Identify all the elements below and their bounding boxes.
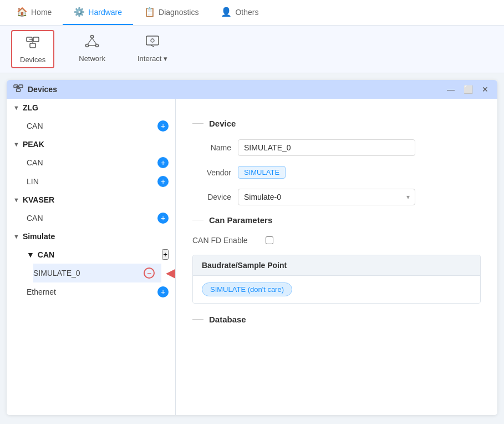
- nav-network[interactable]: Network: [71, 30, 113, 68]
- baudrate-table: Baudrate/Sample Point SIMULATE (don't ca…: [192, 255, 481, 304]
- hardware-icon: ⚙️: [74, 7, 85, 17]
- peak-lin-label: LIN: [27, 177, 157, 186]
- tree-item-kvaser-can[interactable]: CAN +: [7, 209, 175, 228]
- network-icon: [84, 33, 100, 52]
- tree-item-zlg-can[interactable]: CAN +: [7, 117, 175, 135]
- simulate-label: Simulate: [23, 232, 55, 241]
- tab-hardware[interactable]: ⚙️ Hardware: [63, 0, 133, 25]
- nav-devices[interactable]: Devices: [11, 30, 54, 68]
- svg-point-7: [96, 44, 99, 47]
- device-select[interactable]: Simulate-0: [238, 189, 415, 205]
- panel-controls: — ⬜ ✕: [445, 84, 491, 95]
- tree-item-peak-can[interactable]: CAN +: [7, 153, 175, 172]
- interact-label: Interact ▾: [138, 54, 167, 63]
- tab-diagnostics[interactable]: 📋 Diagnostics: [133, 0, 210, 25]
- vendor-badge[interactable]: SIMULATE: [238, 166, 286, 179]
- tree-group-kvaser[interactable]: ▼ KVASER: [7, 191, 175, 209]
- simulate-ethernet-label: Ethernet: [27, 287, 157, 296]
- peak-label: PEAK: [23, 140, 44, 149]
- peak-can-label: CAN: [27, 158, 157, 167]
- devices-label: Devices: [20, 55, 45, 64]
- zlg-chevron: ▼: [13, 104, 19, 111]
- svg-line-9: [92, 38, 96, 45]
- svg-line-8: [88, 38, 92, 45]
- tree-group-zlg[interactable]: ▼ ZLG: [7, 99, 175, 117]
- database-label: Database: [209, 315, 246, 324]
- close-button[interactable]: ✕: [480, 84, 491, 95]
- tree-item-peak-lin[interactable]: LIN +: [7, 172, 175, 191]
- interact-icon: [145, 33, 160, 52]
- peak-lin-add-button[interactable]: +: [157, 176, 169, 187]
- svg-rect-1: [33, 37, 39, 42]
- simulate-can-add-button[interactable]: +: [162, 249, 169, 260]
- zlg-can-add-button[interactable]: +: [157, 120, 169, 132]
- svg-rect-16: [17, 89, 21, 92]
- device-section-header: Device: [192, 119, 481, 128]
- device-section-label: Device: [209, 119, 236, 128]
- peak-can-add-button[interactable]: +: [157, 157, 169, 168]
- device-field-row: Device Simulate-0 ▾: [192, 189, 481, 205]
- fd-enable-label: CAN FD Enable: [192, 236, 259, 245]
- svg-line-13: [151, 46, 154, 47]
- zlg-can-label: CAN: [27, 122, 157, 130]
- simulate-tag: SIMULATE (don't care): [202, 282, 292, 296]
- kvaser-can-add-button[interactable]: +: [157, 213, 169, 224]
- baudrate-value: SIMULATE (don't care): [193, 276, 480, 303]
- svg-point-6: [86, 44, 89, 47]
- simulate-0-remove-button[interactable]: −: [144, 267, 155, 279]
- tab-home[interactable]: 🏠 Home: [6, 0, 63, 25]
- devices-panel: Devices — ⬜ ✕ ▼ ZLG CAN + ▼ PEAK: [7, 80, 497, 415]
- device-label: Device: [192, 193, 231, 201]
- name-field-row: Name: [192, 139, 481, 156]
- network-label: Network: [79, 54, 105, 63]
- vendor-label: Vendor: [192, 168, 231, 177]
- minimize-button[interactable]: —: [445, 84, 457, 95]
- tree-group-simulate[interactable]: ▼ Simulate: [7, 228, 175, 245]
- can-params-label: Can Parameters: [209, 215, 272, 225]
- zlg-label: ZLG: [23, 103, 38, 112]
- panel-body: ▼ ZLG CAN + ▼ PEAK CAN + LIN + ▼: [7, 99, 497, 415]
- fd-enable-row: CAN FD Enable: [192, 236, 481, 245]
- database-section-header: Database: [192, 315, 481, 324]
- simulate-chevron: ▼: [13, 233, 19, 240]
- simulate-can-chevron: ▼: [27, 250, 34, 259]
- maximize-button[interactable]: ⬜: [461, 84, 475, 95]
- device-select-wrapper: Simulate-0 ▾: [238, 189, 415, 205]
- kvaser-can-label: CAN: [27, 214, 157, 223]
- tab-others[interactable]: 👤 Others: [210, 0, 269, 25]
- kvaser-chevron: ▼: [13, 196, 19, 203]
- panel-header-icon: [13, 83, 23, 95]
- top-nav: 🏠 Home ⚙️ Hardware 📋 Diagnostics 👤 Other…: [0, 0, 504, 26]
- content-panel: Device Name Vendor SIMULATE Device Simul…: [176, 99, 497, 415]
- can-divider-left: [192, 220, 203, 220]
- tree-subgroup-simulate-can[interactable]: ▼ CAN +: [7, 245, 175, 264]
- vendor-field-row: Vendor SIMULATE: [192, 166, 481, 179]
- diagnostics-icon: 📋: [144, 7, 155, 17]
- db-divider-left: [192, 319, 203, 320]
- svg-rect-11: [146, 36, 159, 45]
- name-input[interactable]: [238, 139, 415, 156]
- simulate-ethernet-add-button[interactable]: +: [157, 286, 169, 297]
- baudrate-header: Baudrate/Sample Point: [193, 255, 480, 276]
- svg-point-12: [151, 39, 154, 42]
- home-icon: 🏠: [17, 7, 28, 17]
- svg-rect-15: [19, 85, 23, 88]
- fd-enable-checkbox[interactable]: [266, 236, 273, 244]
- panel-title: Devices: [28, 85, 440, 94]
- others-icon: 👤: [221, 7, 232, 17]
- panel-header: Devices — ⬜ ✕: [7, 80, 497, 99]
- peak-chevron: ▼: [13, 141, 19, 148]
- can-params-section-header: Can Parameters: [192, 215, 481, 225]
- second-nav: Devices Network Interact ▾: [0, 26, 504, 73]
- svg-point-5: [91, 36, 94, 38]
- svg-rect-2: [30, 43, 35, 48]
- device-tree: ▼ ZLG CAN + ▼ PEAK CAN + LIN + ▼: [7, 99, 176, 415]
- nav-interact[interactable]: Interact ▾: [130, 30, 175, 68]
- simulate-0-label: SIMULATE_0: [33, 269, 144, 277]
- tree-item-simulate-ethernet[interactable]: Ethernet +: [7, 282, 175, 301]
- tree-item-simulate-0[interactable]: SIMULATE_0 −: [33, 264, 161, 282]
- tree-group-peak[interactable]: ▼ PEAK: [7, 135, 175, 153]
- simulate-can-label: CAN: [38, 250, 159, 259]
- arrow-indicator: ◀: [166, 266, 175, 280]
- devices-icon: [25, 34, 40, 53]
